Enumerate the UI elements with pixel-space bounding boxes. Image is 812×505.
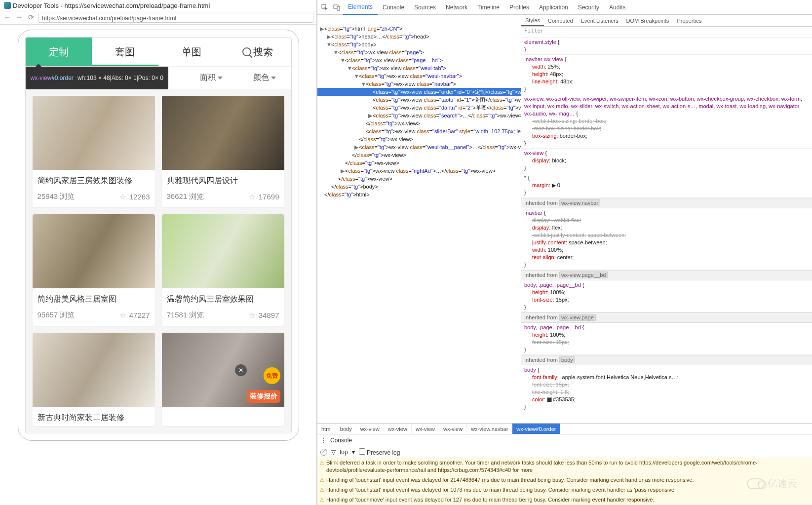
card-meta: 25943 浏览☆ 12263 xyxy=(33,189,155,207)
breadcrumb-item[interactable]: wx-view xyxy=(439,424,467,434)
tab-单图[interactable]: 单图 xyxy=(158,38,225,66)
inherited-from-header: Inherited from wx-view.page__bd xyxy=(521,270,812,280)
styles-tab-styles[interactable]: Styles xyxy=(521,15,544,26)
css-rule[interactable]: .navbar {display: -webkit-flex;display: … xyxy=(521,208,812,270)
device-mode-icon[interactable] xyxy=(331,2,342,13)
breadcrumb-item[interactable]: wx-view xyxy=(356,424,384,434)
promo-badge[interactable]: ✕免费装修报价 xyxy=(238,367,280,403)
devtools-tab-application[interactable]: Application xyxy=(534,0,573,15)
dom-node[interactable]: ▶<class="tg">head>…</class="tg">head> xyxy=(317,33,521,40)
devtools-tab-timeline[interactable]: Timeline xyxy=(472,0,504,15)
dom-node[interactable]: <class="tg">wx-view class="dantu" id="2"… xyxy=(317,104,521,112)
card-thumbnail xyxy=(162,214,284,288)
styles-tab-dom-breakpoints[interactable]: DOM Breakpoints xyxy=(622,15,673,26)
console-warning[interactable]: ⚠Blink deferred a task in order to make … xyxy=(317,458,812,475)
dom-node[interactable]: ▼<class="tg">wx-view class="page__bd"> xyxy=(317,56,521,64)
preserve-log-checkbox[interactable]: Preserve log xyxy=(359,448,400,456)
styles-filter-input[interactable]: Filter xyxy=(521,27,812,38)
dom-node[interactable]: </class="tg">html> xyxy=(317,191,521,198)
watermark: 亿速云 xyxy=(747,477,797,490)
dom-node[interactable]: <class="tg">wx-view class="order" id="0"… xyxy=(317,88,521,96)
dom-node[interactable]: ▶<class="tg">wx-view class="weui-tab__pa… xyxy=(317,143,521,151)
tab-套图[interactable]: 套图 xyxy=(92,38,158,66)
dom-node[interactable]: </class="tg">body> xyxy=(317,183,521,191)
dom-node[interactable] xyxy=(317,17,521,25)
dom-node[interactable]: <class="tg">wx-view class="taotu" id="1"… xyxy=(317,96,521,104)
gallery-card[interactable]: 简约甜美风格三居室图95657 浏览☆ 47227 xyxy=(33,214,155,326)
gallery-card[interactable]: ✕免费装修报价 xyxy=(162,333,284,426)
devtools-tab-console[interactable]: Console xyxy=(378,0,409,15)
reload-button[interactable]: ⟳ xyxy=(27,13,36,22)
dom-node[interactable]: </class="tg">wx-view> xyxy=(317,175,521,183)
console-scope[interactable]: top xyxy=(340,449,348,456)
styles-tab-computed[interactable]: Computed xyxy=(544,15,577,26)
clear-console-icon[interactable] xyxy=(320,449,327,456)
devtools-tab-security[interactable]: Security xyxy=(573,0,604,15)
css-rule[interactable]: wx-view, wx-scroll-view, wx-swiper, wx-s… xyxy=(521,94,812,149)
forward-button[interactable]: → xyxy=(15,13,24,22)
dom-node[interactable]: ▶<class="tg">html lang="zh-CN"> xyxy=(317,25,521,33)
dom-node[interactable]: ▶<class="tg">wx-view class="search">…</c… xyxy=(317,112,521,119)
dom-node[interactable]: ▼<class="tg">body> xyxy=(317,40,521,48)
tab-定制[interactable]: 定制 xyxy=(26,38,92,66)
styles-tab-properties[interactable]: Properties xyxy=(673,15,705,26)
gallery-card[interactable]: 典雅现代风四居设计36621 浏览☆ 17699 xyxy=(162,96,284,207)
back-button[interactable]: ← xyxy=(3,13,12,22)
gallery-card[interactable]: 简约风家居三房效果图装修25943 浏览☆ 12263 xyxy=(33,96,155,207)
gallery-card[interactable]: 温馨简约风三居室效果图71581 浏览☆ 34897 xyxy=(162,214,284,326)
close-icon[interactable]: ✕ xyxy=(235,364,247,376)
devtools-tab-profiles[interactable]: Profiles xyxy=(504,0,534,15)
devtools-tab-network[interactable]: Network xyxy=(441,0,472,15)
filter-颜色[interactable]: 颜色 xyxy=(238,67,291,89)
css-rule[interactable]: .navbar wx-view {width: 25%;height: 48px… xyxy=(521,55,812,94)
styles-tab-event-listeners[interactable]: Event Listeners xyxy=(577,15,622,26)
breadcrumb-item[interactable]: wx-view xyxy=(412,424,439,434)
url-field[interactable]: https://servicewechat.com/preload/page-f… xyxy=(39,13,313,23)
filter-面积[interactable]: 面积 xyxy=(185,67,238,89)
console-warning[interactable]: ⚠Handling of 'touchstart' input event wa… xyxy=(317,475,812,485)
gallery-card[interactable]: 新古典时尚家装二居装修 xyxy=(33,333,155,426)
inspect-element-icon[interactable] xyxy=(319,2,330,13)
dom-node[interactable]: ▶<class="tg">wx-view class="rightAd">…</… xyxy=(317,167,521,175)
console-warning[interactable]: ⚠Handling of 'touchstart' input event wa… xyxy=(317,485,812,495)
css-rule[interactable]: body, .page, .page__bd {height: 100%;fon… xyxy=(521,323,812,355)
dom-node[interactable]: </class="tg">wx-view> xyxy=(317,135,521,143)
dom-node[interactable]: ▼<class="tg">wx-view class="weui-tab"> xyxy=(317,64,521,72)
dom-node[interactable]: ▼<class="tg">wx-view class="page"> xyxy=(317,48,521,56)
device-screen[interactable]: 定制套图单图搜索 wx-view#0.order wh:103 × 48|Abs… xyxy=(25,37,292,433)
css-rule[interactable]: * {margin: ▶ 0;} xyxy=(521,173,812,198)
devtools-tab-elements[interactable]: Elements xyxy=(343,0,378,15)
dom-node[interactable]: <class="tg">wx-view class="sliderBar" st… xyxy=(317,127,521,135)
breadcrumb-item[interactable]: body xyxy=(336,424,356,434)
console-messages[interactable]: ⚠Blink deferred a task in order to make … xyxy=(317,458,812,505)
inherited-from-header: Inherited from wx-view.navbar xyxy=(521,198,812,208)
tab-搜索[interactable]: 搜索 xyxy=(225,38,291,66)
breadcrumb-item[interactable]: html xyxy=(317,424,336,434)
css-rule[interactable]: body, .page, .page__bd {height: 100%;fon… xyxy=(521,280,812,312)
dom-breadcrumb[interactable]: htmlbodywx-viewwx-viewwx-viewwx-viewwx-v… xyxy=(317,423,812,434)
dom-node[interactable]: ▼<class="tg">wx-view class="navbar"> xyxy=(317,80,521,88)
css-rule[interactable]: body {font-family: -apple-system-font,He… xyxy=(521,365,812,412)
dom-node[interactable]: </class="tg">wx-view> xyxy=(317,119,521,127)
dom-node[interactable]: </class="tg">wx-view> xyxy=(317,151,521,159)
filter-icon[interactable]: ▽ xyxy=(331,449,336,456)
star-icon[interactable]: ☆ xyxy=(249,193,257,200)
css-rule[interactable]: wx-view {display: block;} xyxy=(521,149,812,173)
breadcrumb-item[interactable]: wx-view xyxy=(384,424,412,434)
star-icon[interactable]: ☆ xyxy=(119,193,127,200)
elements-dom-tree[interactable]: ▶<class="tg">html lang="zh-CN">▶<class="… xyxy=(317,15,521,423)
devtools-tab-audits[interactable]: Audits xyxy=(604,0,630,15)
css-rules[interactable]: element.style {}.navbar wx-view {width: … xyxy=(521,38,812,423)
star-icon[interactable]: ☆ xyxy=(119,311,127,319)
star-icon[interactable]: ☆ xyxy=(249,311,257,319)
card-thumbnail xyxy=(162,96,284,170)
breadcrumb-item[interactable]: wx-view#0.order xyxy=(512,424,560,434)
console-warning[interactable]: ⚠Handling of 'touchmove' input event was… xyxy=(317,495,812,505)
dom-node[interactable]: </class="tg">wx-view> xyxy=(317,159,521,167)
card-thumbnail xyxy=(33,333,155,407)
css-rule[interactable]: element.style {} xyxy=(521,38,812,55)
dom-node[interactable]: ▼<class="tg">wx-view class="weui-navbar"… xyxy=(317,72,521,80)
breadcrumb-item[interactable]: wx-view.navbar xyxy=(467,424,512,434)
console-menu-icon[interactable]: ⋮ xyxy=(320,437,326,444)
devtools-tab-sources[interactable]: Sources xyxy=(409,0,441,15)
